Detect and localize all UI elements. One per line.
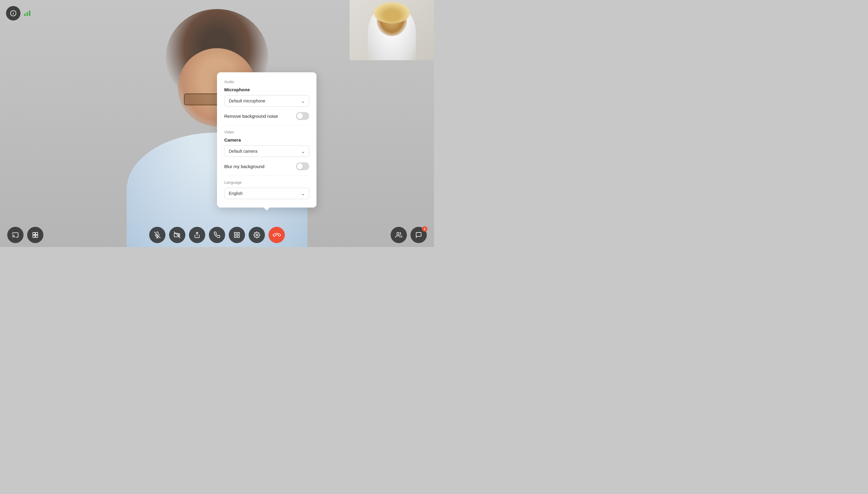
language-section-label: Language bbox=[224, 180, 309, 185]
chat-badge: 1 bbox=[422, 226, 427, 232]
chat-button[interactable]: 1 bbox=[410, 227, 427, 243]
camera-select[interactable]: Default camera Built-in Camera USB Camer… bbox=[224, 146, 309, 157]
svg-rect-7 bbox=[36, 235, 38, 238]
layout2-icon bbox=[32, 232, 39, 238]
microphone-select[interactable]: Default microphone Built-in Microphone H… bbox=[224, 95, 309, 107]
remove-noise-row: Remove background noise bbox=[224, 112, 309, 120]
svg-point-3 bbox=[12, 237, 13, 238]
participants-button[interactable] bbox=[391, 227, 407, 243]
video-section-label: Video bbox=[224, 130, 309, 134]
info-icon bbox=[10, 10, 17, 17]
cast-button[interactable] bbox=[7, 227, 23, 243]
settings-panel: Audio Microphone Default microphone Buil… bbox=[217, 72, 316, 208]
share-button[interactable] bbox=[189, 227, 205, 243]
bottom-toolbar: 1 bbox=[0, 223, 434, 247]
divider-1 bbox=[224, 125, 309, 126]
blur-bg-toggle[interactable] bbox=[296, 163, 309, 170]
chat-icon bbox=[415, 232, 422, 238]
mute-icon bbox=[154, 232, 161, 238]
blur-bg-label: Blur my background bbox=[224, 164, 264, 169]
cast-icon bbox=[12, 232, 19, 238]
end-call-icon bbox=[272, 230, 281, 240]
svg-rect-6 bbox=[33, 235, 35, 238]
blur-bg-row: Blur my background bbox=[224, 163, 309, 170]
call-icon bbox=[214, 232, 220, 238]
toolbar-left bbox=[7, 227, 43, 243]
svg-rect-5 bbox=[36, 232, 38, 235]
svg-rect-15 bbox=[238, 232, 239, 234]
end-call-button[interactable] bbox=[269, 227, 285, 243]
layout-icon bbox=[234, 232, 240, 238]
language-select[interactable]: English Spanish French German Japanese bbox=[224, 188, 309, 199]
camera-label: Camera bbox=[224, 137, 309, 142]
svg-rect-17 bbox=[235, 235, 236, 238]
svg-point-18 bbox=[256, 234, 258, 236]
settings-button[interactable] bbox=[248, 227, 265, 243]
toolbar-center bbox=[149, 227, 285, 243]
microphone-label: Microphone bbox=[224, 87, 309, 92]
camera-dropdown-wrapper[interactable]: Default camera Built-in Camera USB Camer… bbox=[224, 146, 309, 157]
svg-rect-14 bbox=[235, 232, 236, 234]
language-dropdown-wrapper[interactable]: English Spanish French German Japanese ⌄ bbox=[224, 188, 309, 199]
participants-icon bbox=[395, 232, 402, 238]
info-button[interactable] bbox=[6, 6, 20, 20]
video-button[interactable] bbox=[169, 227, 185, 243]
toolbar-right: 1 bbox=[391, 227, 427, 243]
layout2-button[interactable] bbox=[27, 227, 43, 243]
svg-point-19 bbox=[397, 232, 399, 235]
remove-noise-label: Remove background noise bbox=[224, 114, 278, 119]
svg-rect-16 bbox=[238, 235, 239, 238]
pip-video bbox=[350, 0, 434, 60]
call-button[interactable] bbox=[209, 227, 225, 243]
audio-section-label: Audio bbox=[224, 79, 309, 84]
signal-strength bbox=[24, 11, 31, 16]
svg-rect-4 bbox=[33, 232, 35, 235]
settings-gear-icon bbox=[254, 232, 260, 238]
video-icon bbox=[174, 232, 181, 238]
microphone-dropdown-wrapper[interactable]: Default microphone Built-in Microphone H… bbox=[224, 95, 309, 107]
mute-button[interactable] bbox=[149, 227, 165, 243]
top-left-controls bbox=[6, 6, 31, 20]
share-icon bbox=[194, 232, 200, 238]
layout-button[interactable] bbox=[229, 227, 245, 243]
remove-noise-toggle[interactable] bbox=[296, 112, 309, 120]
